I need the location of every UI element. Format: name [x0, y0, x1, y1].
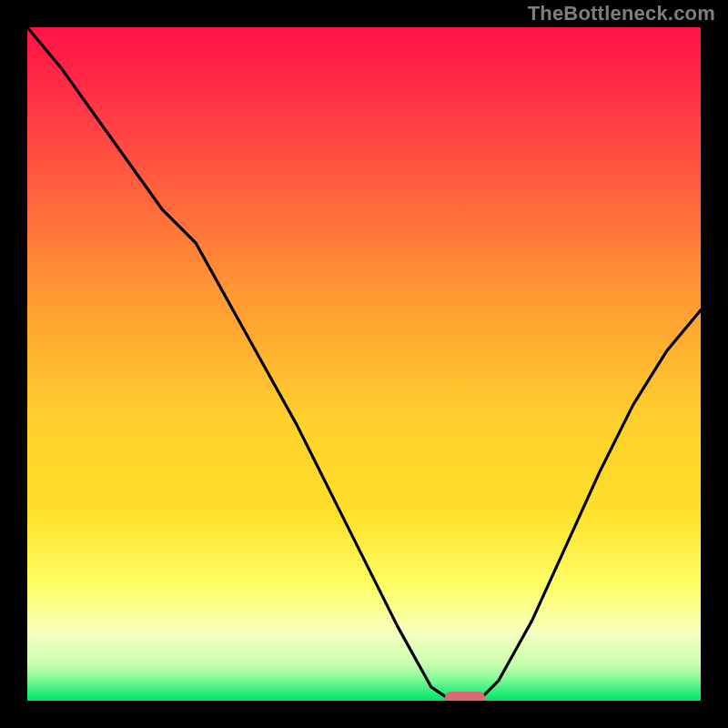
attribution-watermark: TheBottleneck.com: [528, 2, 715, 25]
bottleneck-chart: TheBottleneck.com: [0, 0, 728, 728]
chart-svg: [0, 0, 728, 728]
plot-background: [27, 27, 701, 701]
